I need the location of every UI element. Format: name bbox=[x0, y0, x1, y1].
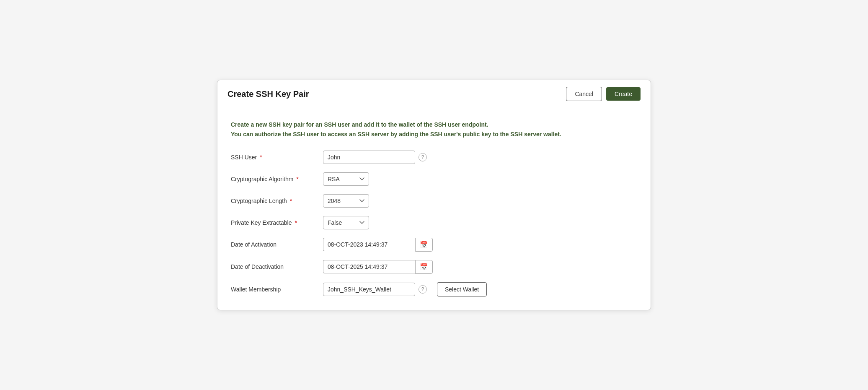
date-activation-control-group: 📅 bbox=[323, 238, 433, 252]
date-activation-calendar-button[interactable]: 📅 bbox=[415, 238, 433, 252]
date-activation-wrapper: 📅 bbox=[323, 238, 433, 252]
ssh-user-row: SSH User * ? bbox=[231, 151, 637, 164]
ssh-user-control-group: ? bbox=[323, 151, 427, 164]
wallet-membership-input[interactable] bbox=[323, 283, 415, 296]
description-block: Create a new SSH key pair for an SSH use… bbox=[231, 120, 637, 139]
wallet-membership-help-icon[interactable]: ? bbox=[418, 285, 427, 294]
wallet-membership-label: Wallet Membership bbox=[231, 286, 315, 293]
header-buttons: Cancel Create bbox=[566, 87, 641, 101]
crypto-algorithm-control-group: RSA EC DSA bbox=[323, 172, 369, 186]
required-star-length: * bbox=[290, 198, 292, 204]
create-ssh-key-pair-dialog: Create SSH Key Pair Cancel Create Create… bbox=[217, 80, 651, 310]
crypto-length-control-group: 1024 2048 4096 bbox=[323, 194, 369, 208]
dialog-title: Create SSH Key Pair bbox=[227, 89, 309, 99]
crypto-algorithm-row: Cryptographic Algorithm * RSA EC DSA bbox=[231, 172, 637, 186]
ssh-user-label: SSH User * bbox=[231, 154, 315, 161]
cancel-button[interactable]: Cancel bbox=[566, 87, 602, 101]
form-grid: SSH User * ? Cryptographic Algorithm * R… bbox=[231, 151, 637, 296]
calendar-icon-activation: 📅 bbox=[420, 241, 428, 249]
select-wallet-button[interactable]: Select Wallet bbox=[437, 282, 487, 296]
date-activation-row: Date of Activation 📅 bbox=[231, 238, 637, 252]
calendar-icon-deactivation: 📅 bbox=[420, 263, 428, 271]
ssh-user-input[interactable] bbox=[323, 151, 415, 164]
dialog-header: Create SSH Key Pair Cancel Create bbox=[217, 80, 651, 108]
private-key-extractable-label: Private Key Extractable * bbox=[231, 219, 315, 226]
date-deactivation-calendar-button[interactable]: 📅 bbox=[415, 260, 433, 274]
private-key-extractable-row: Private Key Extractable * True False bbox=[231, 216, 637, 229]
date-deactivation-control-group: 📅 bbox=[323, 260, 433, 274]
date-deactivation-wrapper: 📅 bbox=[323, 260, 433, 274]
wallet-membership-control-group: ? Select Wallet bbox=[323, 282, 487, 296]
description-line-2: You can authorize the SSH user to access… bbox=[231, 130, 637, 139]
crypto-algorithm-label: Cryptographic Algorithm * bbox=[231, 176, 315, 182]
wallet-membership-row: Wallet Membership ? Select Wallet bbox=[231, 282, 637, 296]
required-star: * bbox=[260, 154, 262, 161]
date-deactivation-label: Date of Deactivation bbox=[231, 263, 315, 270]
date-deactivation-input[interactable] bbox=[323, 260, 415, 273]
description-line-1: Create a new SSH key pair for an SSH use… bbox=[231, 120, 637, 129]
dialog-body: Create a new SSH key pair for an SSH use… bbox=[217, 108, 651, 310]
ssh-user-help-icon[interactable]: ? bbox=[418, 153, 427, 161]
required-star-pke: * bbox=[294, 219, 297, 226]
date-deactivation-row: Date of Deactivation 📅 bbox=[231, 260, 637, 274]
date-activation-input[interactable] bbox=[323, 238, 415, 251]
date-activation-label: Date of Activation bbox=[231, 241, 315, 248]
crypto-length-select[interactable]: 1024 2048 4096 bbox=[323, 194, 369, 208]
crypto-algorithm-select[interactable]: RSA EC DSA bbox=[323, 172, 369, 186]
private-key-extractable-control-group: True False bbox=[323, 216, 369, 229]
private-key-extractable-select[interactable]: True False bbox=[323, 216, 369, 229]
crypto-length-label: Cryptographic Length * bbox=[231, 198, 315, 204]
required-star-algo: * bbox=[296, 176, 298, 182]
create-button[interactable]: Create bbox=[606, 87, 641, 101]
crypto-length-row: Cryptographic Length * 1024 2048 4096 bbox=[231, 194, 637, 208]
